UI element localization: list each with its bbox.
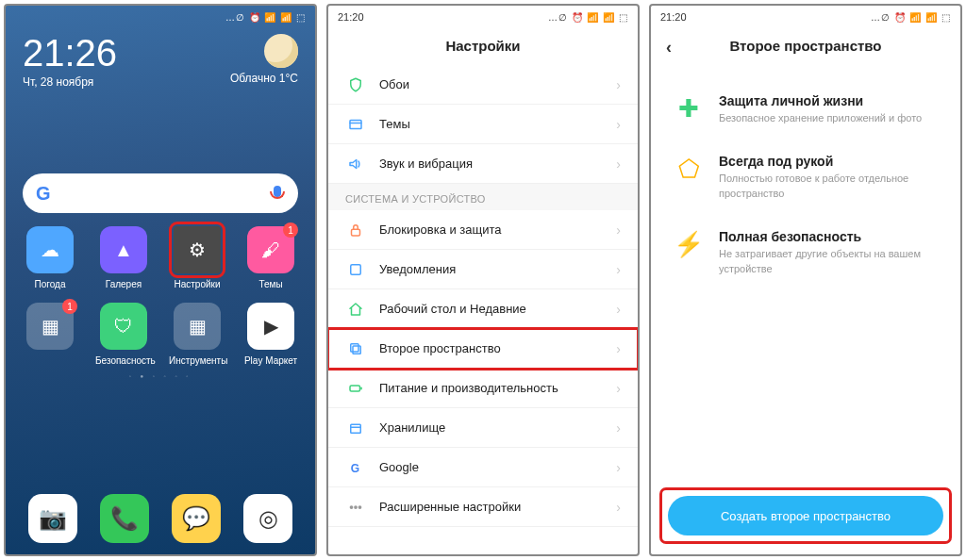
privacy-feature-icon: ✚ — [674, 93, 704, 124]
svg-rect-8 — [351, 424, 361, 433]
app-label: Безопасность — [95, 355, 152, 366]
google-search-bar[interactable]: G — [23, 173, 298, 213]
chrome-app[interactable]: ◎ — [243, 494, 292, 543]
status-time: 21:20 — [338, 11, 364, 23]
instruments-folder-icon: ▦ — [174, 303, 221, 350]
gallery-app[interactable]: ▲Галерея — [95, 226, 152, 289]
tools-folder-icon: ▦1 — [26, 303, 74, 350]
gallery-app-icon: ▲ — [100, 226, 147, 273]
advanced-item[interactable]: Расширенные настройки› — [328, 487, 638, 527]
themes-app[interactable]: 🖌1Темы — [242, 226, 299, 289]
frame-icon — [345, 116, 366, 133]
create-second-space-button[interactable]: Создать второе пространство — [668, 496, 943, 535]
settings-app[interactable]: ⚙Настройки — [169, 226, 225, 289]
copy-icon — [345, 340, 366, 357]
themes-item[interactable]: Темы› — [328, 105, 638, 144]
row-label: Хранилище — [379, 420, 616, 435]
google-item[interactable]: GGoogle› — [328, 448, 638, 487]
svg-rect-5 — [351, 343, 358, 351]
g-icon: G — [345, 459, 366, 476]
security-app-icon: 🛡 — [100, 303, 147, 350]
chevron-right-icon: › — [616, 262, 621, 277]
app-label: Инструменты — [169, 355, 225, 366]
security-app[interactable]: 🛡Безопасность — [95, 303, 152, 366]
status-bar: 21:20 …∅ ⏰ 📶 📶 ⬚ — [328, 6, 638, 25]
status-bar: …∅ ⏰ 📶 📶 ⬚ — [6, 6, 315, 25]
svg-point-12 — [355, 505, 357, 507]
row-label: Темы — [379, 117, 616, 131]
weather-app[interactable]: ☁Погода — [22, 226, 78, 289]
row-label: Google — [379, 460, 616, 474]
phone-home-screen: …∅ ⏰ 📶 📶 ⬚ 21:26 Чт, 28 ноября Облачно 1… — [4, 4, 317, 556]
row-label: Уведомления — [379, 262, 616, 276]
weather-icon — [264, 34, 298, 68]
security-feature: ⚡Полная безопасностьНе затрагивает други… — [674, 229, 938, 276]
notifications-item[interactable]: Уведомления› — [328, 250, 638, 289]
lock-security-item[interactable]: Блокировка и защита› — [328, 210, 638, 250]
feature-desc: Полностью готовое к работе отдельное про… — [719, 172, 938, 201]
chevron-right-icon: › — [616, 156, 621, 172]
sound-item[interactable]: Звук и вибрация› — [328, 144, 638, 184]
chevron-right-icon: › — [616, 117, 621, 132]
chevron-right-icon: › — [616, 222, 621, 238]
dock: 📷📞💬◎ — [6, 494, 315, 543]
back-button[interactable]: ‹ — [666, 38, 672, 58]
mic-icon[interactable] — [270, 186, 285, 201]
status-icons: …∅ ⏰ 📶 📶 ⬚ — [871, 12, 951, 23]
battery-perf-item[interactable]: Питание и производительность› — [328, 369, 638, 408]
handy-feature-icon: ⬠ — [674, 154, 704, 184]
svg-point-11 — [350, 505, 352, 507]
chevron-right-icon: › — [616, 302, 621, 317]
app-label: Погода — [22, 279, 78, 289]
phone-second-space-screen: 21:20 …∅ ⏰ 📶 📶 ⬚ ‹ Второе пространство ✚… — [649, 4, 962, 556]
row-label: Обои — [379, 77, 616, 91]
sound-icon — [345, 156, 366, 173]
row-label: Звук и вибрация — [379, 156, 616, 171]
handy-feature: ⬠Всегда под рукойПолностью готовое к раб… — [674, 154, 938, 201]
camera-app[interactable]: 📷 — [28, 494, 77, 543]
home-icon — [345, 301, 366, 318]
svg-rect-4 — [353, 346, 360, 354]
messages-app[interactable]: 💬 — [172, 494, 221, 543]
svg-point-13 — [358, 505, 360, 507]
wallpaper-item[interactable]: Обои› — [328, 65, 638, 105]
weather-widget[interactable]: Облачно 1°C — [230, 34, 298, 85]
row-label: Расширенные настройки — [379, 500, 616, 514]
play-store-app[interactable]: ▶Play Маркет — [242, 303, 299, 366]
privacy-feature: ✚Защита личной жизниБезопасное хранение … — [674, 93, 938, 125]
status-icons: …∅ ⏰ 📶 📶 ⬚ — [225, 12, 306, 23]
phone-app[interactable]: 📞 — [100, 494, 149, 543]
storage-item[interactable]: Хранилище› — [328, 408, 638, 448]
themes-app-icon: 🖌1 — [247, 226, 294, 273]
tools-folder[interactable]: ▦1 — [22, 303, 78, 366]
chevron-right-icon: › — [616, 381, 621, 396]
app-label: Play Маркет — [242, 355, 299, 366]
home-recents-item[interactable]: Рабочий стол и Недавние› — [328, 289, 638, 329]
chevron-right-icon: › — [616, 341, 621, 356]
chevron-right-icon: › — [616, 500, 621, 515]
clock-time: 21:26 — [23, 34, 117, 72]
weather-app-icon: ☁ — [26, 226, 74, 273]
feature-title: Защита личной жизни — [719, 93, 922, 108]
svg-text:G: G — [351, 461, 359, 474]
row-label: Блокировка и защита — [379, 222, 616, 237]
settings-app-icon: ⚙ — [174, 226, 221, 273]
phone-settings-screen: 21:20 …∅ ⏰ 📶 📶 ⬚ Настройки Обои›Темы›Зву… — [326, 4, 640, 556]
svg-rect-0 — [350, 120, 361, 128]
clock-widget[interactable]: 21:26 Чт, 28 ноября — [23, 34, 117, 89]
box-icon — [345, 420, 366, 436]
app-label: Темы — [242, 279, 299, 289]
play-store-app-icon: ▶ — [247, 303, 294, 350]
instruments-folder[interactable]: ▦Инструменты — [169, 303, 225, 366]
feature-desc: Безопасное хранение приложений и фото — [719, 111, 922, 125]
svg-rect-6 — [350, 386, 360, 391]
status-time: 21:20 — [660, 11, 687, 23]
status-bar: 21:20 …∅ ⏰ 📶 📶 ⬚ — [651, 6, 960, 25]
app-label: Настройки — [169, 279, 225, 289]
svg-rect-2 — [352, 229, 360, 236]
create-button-highlight: Создать второе пространство — [662, 490, 949, 541]
feature-title: Полная безопасность — [719, 229, 938, 244]
section-header: СИСТЕМА И УСТРОЙСТВО — [328, 184, 638, 210]
security-feature-icon: ⚡ — [674, 229, 704, 259]
second-space-item[interactable]: Второе пространство› — [328, 329, 638, 369]
